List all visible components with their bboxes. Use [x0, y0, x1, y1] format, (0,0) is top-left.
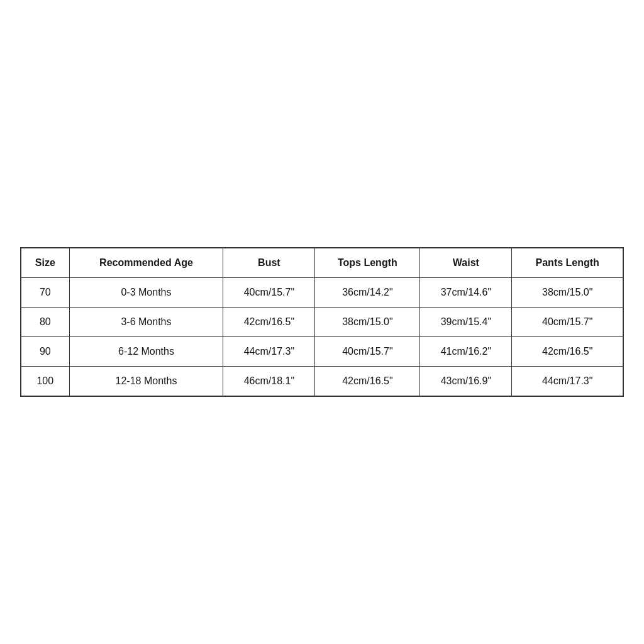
header-bust: Bust [223, 248, 315, 278]
table-row: 10012-18 Months46cm/18.1"42cm/16.5"43cm/… [21, 367, 623, 397]
table-header-row: Size Recommended Age Bust Tops Length Wa… [21, 248, 623, 278]
size-chart-container: Size Recommended Age Bust Tops Length Wa… [20, 247, 624, 397]
cell-bust: 46cm/18.1" [223, 367, 315, 397]
cell-waist: 41cm/16.2" [420, 337, 512, 367]
cell-waist: 37cm/14.6" [420, 278, 512, 308]
cell-waist: 43cm/16.9" [420, 367, 512, 397]
cell-pants-length: 38cm/15.0" [512, 278, 623, 308]
cell-tops-length: 42cm/16.5" [315, 367, 420, 397]
table-row: 700-3 Months40cm/15.7"36cm/14.2"37cm/14.… [21, 278, 623, 308]
header-waist: Waist [420, 248, 512, 278]
cell-age: 6-12 Months [69, 337, 223, 367]
cell-age: 12-18 Months [69, 367, 223, 397]
cell-pants-length: 44cm/17.3" [512, 367, 623, 397]
cell-size: 90 [21, 337, 69, 367]
cell-pants-length: 42cm/16.5" [512, 337, 623, 367]
cell-tops-length: 36cm/14.2" [315, 278, 420, 308]
table-row: 906-12 Months44cm/17.3"40cm/15.7"41cm/16… [21, 337, 623, 367]
cell-size: 80 [21, 308, 69, 337]
header-recommended-age: Recommended Age [69, 248, 223, 278]
size-chart-table: Size Recommended Age Bust Tops Length Wa… [20, 247, 624, 397]
cell-pants-length: 40cm/15.7" [512, 308, 623, 337]
cell-waist: 39cm/15.4" [420, 308, 512, 337]
cell-tops-length: 40cm/15.7" [315, 337, 420, 367]
cell-age: 0-3 Months [69, 278, 223, 308]
header-size: Size [21, 248, 69, 278]
cell-size: 100 [21, 367, 69, 397]
cell-age: 3-6 Months [69, 308, 223, 337]
header-pants-length: Pants Length [512, 248, 623, 278]
table-row: 803-6 Months42cm/16.5"38cm/15.0"39cm/15.… [21, 308, 623, 337]
cell-bust: 42cm/16.5" [223, 308, 315, 337]
header-tops-length: Tops Length [315, 248, 420, 278]
cell-bust: 44cm/17.3" [223, 337, 315, 367]
cell-tops-length: 38cm/15.0" [315, 308, 420, 337]
cell-bust: 40cm/15.7" [223, 278, 315, 308]
cell-size: 70 [21, 278, 69, 308]
